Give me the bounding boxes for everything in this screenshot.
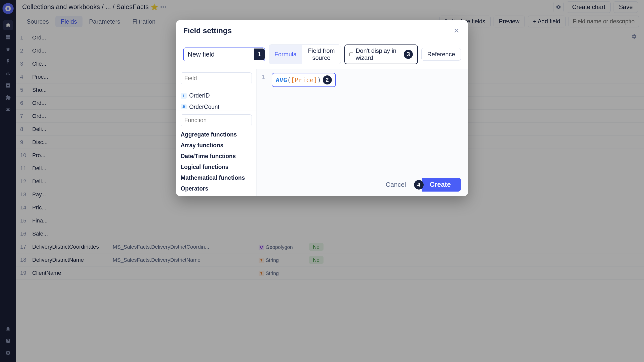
function-panel: Aggregate functions Array functions Date… xyxy=(176,111,256,196)
type-hash-icon: # xyxy=(181,104,187,109)
tab-field-from-source[interactable]: Field from source xyxy=(302,45,341,64)
dont-display-checkbox[interactable] xyxy=(349,52,353,57)
formula-content: AVG([Price]) xyxy=(276,76,321,84)
tab-formula[interactable]: Formula xyxy=(269,45,302,64)
func-category-datetime[interactable]: Date/Time functions xyxy=(176,151,256,162)
create-button[interactable]: Create xyxy=(422,178,461,192)
modal-overlay: Field settings ✕ 1 Formula Field from so… xyxy=(0,0,644,362)
function-search-area xyxy=(176,111,256,128)
create-button-wrapper: 4 Create xyxy=(414,178,461,192)
formula-type-tabs: Formula Field from source xyxy=(269,44,341,64)
field-name-input[interactable] xyxy=(184,48,254,61)
field-settings-modal: Field settings ✕ 1 Formula Field from so… xyxy=(176,20,468,196)
field-item-orderid[interactable]: i OrderID xyxy=(176,90,256,101)
field-search-area xyxy=(176,69,256,88)
modal-close-button[interactable]: ✕ xyxy=(452,26,461,35)
dont-display-label: Don't display in wizard xyxy=(356,47,400,61)
function-search-input[interactable] xyxy=(181,114,252,126)
field-item-ordercount[interactable]: # OrderCount xyxy=(176,101,256,109)
step1-badge: 1 xyxy=(254,49,265,60)
line-number: 1 xyxy=(262,73,268,80)
field-search-input[interactable] xyxy=(181,72,252,84)
step3-badge: 3 xyxy=(404,50,413,59)
modal-footer: Cancel 4 Create xyxy=(257,173,468,196)
field-list: i OrderID # OrderCount i ClientID i Prod… xyxy=(176,88,256,109)
dont-display-box: Don't display in wizard 3 xyxy=(344,44,418,64)
step4-badge: 4 xyxy=(414,180,424,190)
func-category-operators[interactable]: Operators xyxy=(176,183,256,194)
cancel-button[interactable]: Cancel xyxy=(382,178,410,191)
formula-box[interactable]: AVG([Price]) 2 xyxy=(272,73,336,87)
func-category-array[interactable]: Array functions xyxy=(176,140,256,151)
modal-left-panel: i OrderID # OrderCount i ClientID i Prod… xyxy=(176,69,257,196)
formula-line: 1 AVG([Price]) 2 xyxy=(262,73,463,87)
func-category-aggregate[interactable]: Aggregate functions xyxy=(176,129,256,140)
type-int-icon: i xyxy=(181,93,187,99)
formula-editor[interactable]: 1 AVG([Price]) 2 xyxy=(257,69,468,173)
modal-title: Field settings xyxy=(183,26,452,35)
modal-header: Field settings ✕ xyxy=(176,20,468,40)
func-category-logical[interactable]: Logical functions xyxy=(176,162,256,172)
func-category-mathematical[interactable]: Mathematical functions xyxy=(176,172,256,183)
modal-body: i OrderID # OrderCount i ClientID i Prod… xyxy=(176,69,468,196)
formula-editor-panel: 1 AVG([Price]) 2 Cancel 4 Crea xyxy=(257,69,468,196)
step2-badge: 2 xyxy=(323,75,332,84)
reference-button[interactable]: Reference xyxy=(421,48,461,61)
field-settings-row: 1 Formula Field from source Don't displa… xyxy=(176,40,468,69)
function-list: Aggregate functions Array functions Date… xyxy=(176,128,256,196)
func-category-string[interactable]: String functions xyxy=(176,194,256,196)
